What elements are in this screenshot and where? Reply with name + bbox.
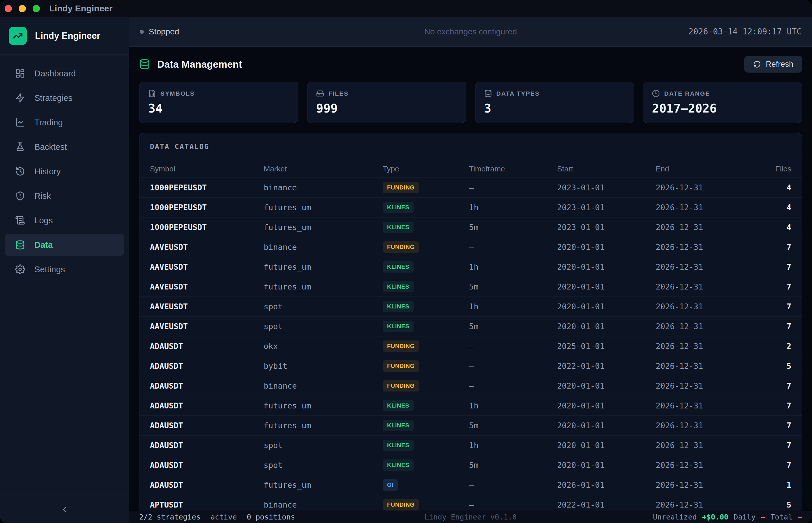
cell-start: 2020-01-01	[557, 242, 656, 252]
cell-timeframe: 5m	[469, 322, 557, 331]
cell-market: futures_um	[264, 282, 383, 291]
sidebar-item-label: Data	[34, 240, 53, 250]
cell-files: 7	[755, 401, 791, 410]
cell-start: 2020-01-01	[557, 421, 656, 430]
stat-card: FILES 999	[307, 82, 466, 123]
cell-timeframe: 1h	[469, 203, 557, 212]
type-badge: KLINES	[383, 261, 413, 273]
table-row: AAVEUSDT futures_um KLINES 5m 2020-01-01…	[139, 277, 802, 297]
cell-files: 7	[755, 322, 791, 331]
cell-end: 2026-12-31	[656, 481, 755, 489]
sidebar-item-trading[interactable]: Trading	[5, 111, 124, 133]
sidebar-item-label: Dashboard	[34, 69, 76, 78]
cell-timeframe: 1h	[469, 441, 557, 450]
status-segment: 0 positions	[247, 513, 295, 521]
close-button[interactable]	[5, 5, 12, 12]
app-window: Lindy Engineer Lindy Engineer Dashboard …	[0, 0, 812, 523]
sidebar-item-label: Strategies	[34, 93, 73, 103]
column-header-start: Start	[557, 164, 656, 174]
engine-status-label: Stopped	[149, 27, 179, 36]
pnl-segment: –	[798, 513, 802, 521]
sidebar: Lindy Engineer Dashboard Strategies Trad…	[0, 17, 129, 523]
cell-start: 2022-01-01	[557, 361, 656, 371]
cell-market: spot	[264, 322, 383, 331]
sidebar-nav: Dashboard Strategies Trading Backtest Hi…	[0, 55, 129, 283]
sidebar-item-logs[interactable]: Logs	[5, 209, 124, 232]
cell-type: FUNDING	[383, 341, 469, 352]
cell-end: 2026-12-31	[656, 242, 755, 252]
cell-symbol: AAVEUSDT	[150, 322, 264, 331]
cell-end: 2026-12-31	[656, 421, 755, 430]
sidebar-item-data[interactable]: Data	[5, 234, 124, 256]
cell-market: spot	[264, 441, 383, 450]
cell-symbol: 1000PEPEUSDT	[150, 183, 264, 192]
sidebar-collapse[interactable]	[0, 495, 129, 523]
cell-start: 2023-01-01	[557, 183, 656, 192]
cell-files: 7	[755, 263, 791, 271]
cell-market: spot	[264, 302, 383, 311]
cell-timeframe: 1h	[469, 302, 557, 311]
cell-market: bybit	[264, 361, 383, 371]
cell-timeframe: 5m	[469, 282, 557, 291]
cell-end: 2026-12-31	[656, 361, 755, 371]
page-content: Data Management Refresh SYMBOLS 34 FILES	[129, 47, 812, 511]
scroll-icon	[15, 215, 25, 226]
cell-files: 2	[755, 342, 791, 351]
pnl-segment: Unrealized	[653, 513, 697, 521]
cell-start: 2025-01-01	[557, 342, 656, 351]
cell-start: 2026-01-01	[557, 481, 656, 489]
stat-value: 2017–2026	[652, 102, 793, 115]
cell-type: FUNDING	[383, 499, 469, 510]
cell-start: 2020-01-01	[557, 322, 656, 331]
cell-type: FUNDING	[383, 380, 469, 392]
table-row: 1000PEPEUSDT futures_um KLINES 1h 2023-0…	[139, 198, 802, 217]
table-row: AAVEUSDT spot KLINES 5m 2020-01-01 2026-…	[139, 317, 802, 337]
sidebar-item-settings[interactable]: Settings	[5, 258, 124, 281]
cell-timeframe: 5m	[469, 223, 557, 232]
cell-type: KLINES	[383, 301, 469, 312]
stat-value: 3	[484, 102, 625, 115]
sidebar-item-dashboard[interactable]: Dashboard	[5, 62, 124, 85]
cell-market: futures_um	[264, 421, 383, 430]
page-header: Data Management Refresh	[139, 55, 802, 73]
cell-end: 2026-12-31	[656, 401, 755, 410]
refresh-button[interactable]: Refresh	[744, 56, 802, 73]
cell-timeframe: 1h	[469, 401, 557, 410]
cell-files: 5	[755, 500, 791, 509]
cell-files: 7	[755, 282, 791, 291]
main-area: Stopped No exchanges configured 2026-03-…	[129, 17, 812, 523]
type-badge: KLINES	[383, 281, 413, 292]
sidebar-item-strategies[interactable]: Strategies	[5, 87, 124, 109]
cell-symbol: AAVEUSDT	[150, 242, 264, 252]
type-badge: KLINES	[383, 459, 413, 471]
shield-icon	[15, 191, 25, 201]
stat-value: 999	[316, 102, 457, 115]
cell-symbol: ADAUSDT	[150, 461, 264, 470]
cell-market: binance	[264, 183, 383, 192]
cell-market: spot	[264, 461, 383, 470]
minimize-button[interactable]	[19, 5, 26, 12]
cell-end: 2026-12-31	[656, 183, 755, 192]
sidebar-item-backtest[interactable]: Backtest	[5, 136, 124, 158]
cell-end: 2026-12-31	[656, 263, 755, 271]
cell-end: 2026-12-31	[656, 282, 755, 291]
cell-symbol: ADAUSDT	[150, 381, 264, 390]
chart-icon	[15, 118, 25, 127]
cell-market: futures_um	[264, 223, 383, 232]
sidebar-item-label: Trading	[34, 118, 63, 127]
sidebar-item-label: History	[34, 167, 61, 176]
cell-end: 2026-12-31	[656, 322, 755, 331]
cell-files: 7	[755, 242, 791, 252]
cell-market: futures_um	[264, 401, 383, 410]
sidebar-item-history[interactable]: History	[5, 160, 124, 182]
cell-timeframe: –	[469, 183, 557, 192]
cell-timeframe: 5m	[469, 421, 557, 430]
cell-symbol: AAVEUSDT	[150, 282, 264, 291]
cell-market: binance	[264, 500, 383, 509]
table-row: APTUSDT binance FUNDING – 2022-01-01 202…	[139, 495, 802, 511]
cell-type: FUNDING	[383, 182, 469, 193]
cell-timeframe: –	[469, 500, 557, 509]
maximize-button[interactable]	[33, 5, 40, 12]
cell-end: 2026-12-31	[656, 500, 755, 509]
sidebar-item-risk[interactable]: Risk	[5, 185, 124, 207]
